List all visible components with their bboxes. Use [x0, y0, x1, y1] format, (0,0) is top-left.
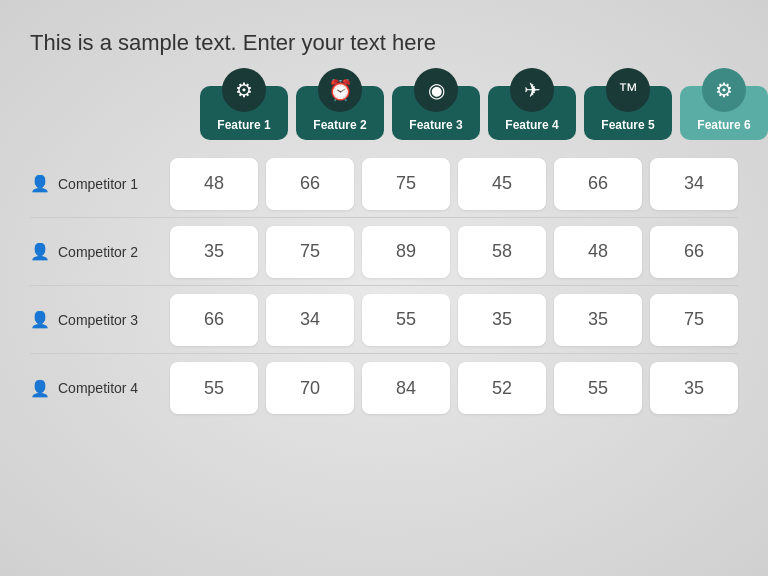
competitor-row-4: 👤Competitor 4557084525535	[30, 354, 738, 422]
competitor-cells-2: 357589584866	[170, 226, 738, 278]
competitor-cells-1: 486675456634	[170, 158, 738, 210]
feature-col-2: ⏰Feature 2	[296, 86, 384, 140]
comparison-table: ⚙Feature 1⏰Feature 2◉Feature 3✈Feature 4…	[30, 86, 738, 422]
cell-r2-c4: 58	[458, 226, 546, 278]
feature-icon-6: ⚙	[702, 68, 746, 112]
cell-r2-c6: 66	[650, 226, 738, 278]
competitor-name-4: Competitor 4	[58, 380, 138, 396]
feature-col-4: ✈Feature 4	[488, 86, 576, 140]
cell-r3-c1: 66	[170, 294, 258, 346]
person-icon-3: 👤	[30, 310, 50, 329]
cell-r4-c1: 55	[170, 362, 258, 414]
feature-label-2: Feature 2	[313, 118, 366, 132]
cell-r3-c4: 35	[458, 294, 546, 346]
competitor-label-4: 👤Competitor 4	[30, 379, 170, 398]
feature-col-3: ◉Feature 3	[392, 86, 480, 140]
cell-r1-c4: 45	[458, 158, 546, 210]
competitor-label-1: 👤Competitor 1	[30, 174, 170, 193]
feature-badge-1: ⚙Feature 1	[200, 86, 288, 140]
cell-r1-c6: 34	[650, 158, 738, 210]
cell-r3-c6: 75	[650, 294, 738, 346]
feature-icon-1: ⚙	[222, 68, 266, 112]
competitor-label-3: 👤Competitor 3	[30, 310, 170, 329]
competitor-cells-4: 557084525535	[170, 362, 738, 414]
person-icon-4: 👤	[30, 379, 50, 398]
cell-r3-c5: 35	[554, 294, 642, 346]
feature-badge-2: ⏰Feature 2	[296, 86, 384, 140]
feature-col-1: ⚙Feature 1	[200, 86, 288, 140]
cell-r1-c2: 66	[266, 158, 354, 210]
feature-label-5: Feature 5	[601, 118, 654, 132]
competitor-row-1: 👤Competitor 1486675456634	[30, 150, 738, 218]
cell-r1-c5: 66	[554, 158, 642, 210]
cell-r4-c6: 35	[650, 362, 738, 414]
feature-badge-4: ✈Feature 4	[488, 86, 576, 140]
feature-badge-5: ™Feature 5	[584, 86, 672, 140]
feature-badge-3: ◉Feature 3	[392, 86, 480, 140]
cell-r4-c5: 55	[554, 362, 642, 414]
cell-r1-c3: 75	[362, 158, 450, 210]
feature-col-5: ™Feature 5	[584, 86, 672, 140]
cell-r4-c2: 70	[266, 362, 354, 414]
person-icon-2: 👤	[30, 242, 50, 261]
feature-header-row: ⚙Feature 1⏰Feature 2◉Feature 3✈Feature 4…	[200, 86, 738, 140]
cell-r4-c4: 52	[458, 362, 546, 414]
cell-r2-c2: 75	[266, 226, 354, 278]
competitor-row-2: 👤Competitor 2357589584866	[30, 218, 738, 286]
feature-label-6: Feature 6	[697, 118, 750, 132]
feature-icon-5: ™	[606, 68, 650, 112]
feature-icon-2: ⏰	[318, 68, 362, 112]
competitor-label-2: 👤Competitor 2	[30, 242, 170, 261]
feature-label-1: Feature 1	[217, 118, 270, 132]
cell-r2-c5: 48	[554, 226, 642, 278]
cell-r2-c1: 35	[170, 226, 258, 278]
competitor-name-2: Competitor 2	[58, 244, 138, 260]
competitor-name-1: Competitor 1	[58, 176, 138, 192]
cell-r4-c3: 84	[362, 362, 450, 414]
page-title: This is a sample text. Enter your text h…	[30, 30, 436, 56]
feature-label-3: Feature 3	[409, 118, 462, 132]
feature-label-4: Feature 4	[505, 118, 558, 132]
cell-r3-c3: 55	[362, 294, 450, 346]
feature-col-6: ⚙Feature 6	[680, 86, 768, 140]
competitor-name-3: Competitor 3	[58, 312, 138, 328]
feature-badge-6: ⚙Feature 6	[680, 86, 768, 140]
cell-r1-c1: 48	[170, 158, 258, 210]
competitor-cells-3: 663455353575	[170, 294, 738, 346]
competitor-rows: 👤Competitor 1486675456634👤Competitor 235…	[30, 150, 738, 422]
feature-icon-3: ◉	[414, 68, 458, 112]
cell-r2-c3: 89	[362, 226, 450, 278]
competitor-row-3: 👤Competitor 3663455353575	[30, 286, 738, 354]
feature-icon-4: ✈	[510, 68, 554, 112]
cell-r3-c2: 34	[266, 294, 354, 346]
person-icon-1: 👤	[30, 174, 50, 193]
